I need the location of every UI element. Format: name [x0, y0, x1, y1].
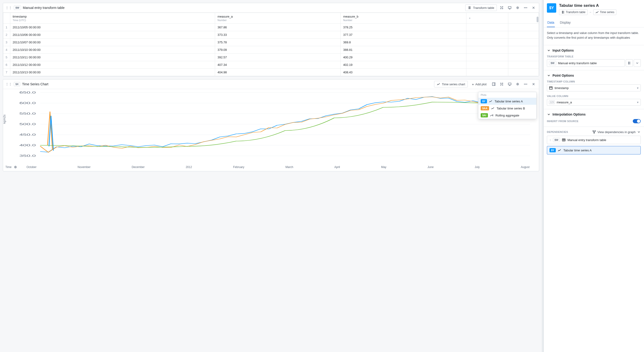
- x-tick: May: [381, 165, 386, 169]
- svg-point-5: [517, 84, 518, 85]
- field-label: TIMESTAMP COLUMN: [547, 80, 641, 83]
- plot-name: Rolling aggregate: [496, 114, 519, 117]
- chevron-down-icon[interactable]: [634, 59, 641, 67]
- chevron-down-icon: ▾: [637, 86, 638, 90]
- present-icon[interactable]: [507, 81, 513, 87]
- transform-table-select[interactable]: $W Manual entry transform table: [547, 59, 625, 67]
- dep-name: Manual entry transform table: [568, 138, 606, 142]
- col-header[interactable]: timestampTime (UTC): [10, 13, 215, 24]
- x-tick: April: [334, 165, 340, 169]
- dep-badge: $Y: [550, 148, 556, 152]
- panel-title: Time Series Chart: [22, 82, 48, 86]
- dependency-item[interactable]: ↑ $W Manual entry transform table: [547, 136, 641, 144]
- sidebar-title: Tabular time series A: [559, 3, 616, 8]
- more-icon[interactable]: [522, 5, 529, 11]
- table-icon: [562, 138, 566, 142]
- dependency-item[interactable]: $Y Tabular time series A: [547, 146, 641, 154]
- col-header[interactable]: measure_aNumber: [215, 13, 341, 24]
- section-interpolation[interactable]: Interpolation Options: [547, 112, 641, 116]
- close-icon[interactable]: [530, 5, 536, 11]
- chevron-down-icon: [547, 74, 551, 77]
- help-text: Select a timestamp and value column from…: [547, 31, 641, 40]
- plots-popover: Plots $Y Tabular time series A$AA Tabula…: [478, 92, 536, 119]
- x-tick: November: [78, 165, 90, 169]
- plot-item[interactable]: $AI Rolling aggregate: [478, 112, 536, 119]
- svg-text:500.0: 500.0: [20, 123, 36, 126]
- drag-handle-icon[interactable]: ⋮⋮: [6, 6, 12, 10]
- table-row[interactable]: 52011/10/11 00:00:00392.57400.29: [3, 54, 539, 61]
- x-tick: June: [428, 165, 434, 169]
- dep-badge: $W: [553, 138, 560, 142]
- inherit-label: INHERIT FROM SOURCE: [547, 120, 578, 123]
- close-icon[interactable]: [530, 81, 536, 87]
- data-table: timestampTime (UTC) measure_aNumber meas…: [3, 13, 539, 76]
- drag-handle-icon[interactable]: ⋮⋮: [6, 82, 12, 86]
- table-row[interactable]: 42011/10/10 00:00:00379.09388.81: [3, 46, 539, 54]
- y-axis-label: kg/m2s: [3, 115, 6, 124]
- svg-text:450.0: 450.0: [20, 133, 36, 136]
- x-tick: 2012: [186, 165, 192, 169]
- table-row[interactable]: 12011/10/05 00:00:00367.86378.25: [3, 24, 539, 31]
- table-row[interactable]: 32011/10/07 00:00:00375.78369.8: [3, 39, 539, 46]
- x-tick: July: [474, 165, 480, 169]
- svg-point-0: [517, 7, 518, 9]
- table-row[interactable]: 22011/10/06 00:00:00373.33377.37: [3, 31, 539, 39]
- transform-icon: [468, 6, 472, 10]
- tab-data[interactable]: Data: [547, 18, 555, 27]
- field-label: VALUE COLUMN: [547, 95, 641, 97]
- plus-icon: +: [472, 82, 474, 86]
- deps-heading: DEPENDENCIES: [547, 130, 568, 133]
- value-column-select[interactable]: 123 measure_a ▾: [547, 99, 641, 106]
- transform-table-button[interactable]: Transform table: [465, 5, 497, 11]
- sidebar-tabs: Data Display: [544, 18, 644, 28]
- plot-name: Tabular time series B: [496, 107, 525, 110]
- number-type-icon: 123: [549, 101, 555, 104]
- panel-badge: $X: [14, 82, 20, 86]
- panel-layout-icon[interactable]: [491, 81, 497, 87]
- more-icon[interactable]: [522, 81, 529, 87]
- expand-icon[interactable]: [499, 5, 505, 11]
- svg-rect-4: [492, 83, 495, 86]
- gear-icon[interactable]: [514, 5, 521, 11]
- svg-point-1: [524, 8, 525, 8]
- trend-chart-icon: [490, 113, 494, 117]
- panel-title: Manual entry transform table: [23, 6, 64, 10]
- line-icon: [558, 148, 562, 152]
- plot-badge: $Y: [481, 99, 487, 103]
- svg-text:650.0: 650.0: [20, 91, 36, 94]
- present-icon[interactable]: [507, 5, 513, 11]
- chart-type-button[interactable]: Time series chart: [434, 81, 468, 87]
- chart-canvas[interactable]: 350.0400.0450.0500.0550.0600.0650.0: [10, 91, 536, 157]
- svg-point-2: [525, 8, 526, 8]
- series-badge: $Y: [547, 3, 556, 13]
- breadcrumb-source[interactable]: Transform table: [559, 9, 588, 15]
- indent-icon[interactable]: [626, 59, 633, 67]
- gear-icon[interactable]: [13, 165, 18, 169]
- time-axis-label: Time: [6, 165, 12, 169]
- breadcrumb-target[interactable]: Time series: [593, 9, 616, 15]
- plot-item[interactable]: $Y Tabular time series A: [478, 98, 536, 105]
- line-chart-icon: [437, 82, 440, 86]
- svg-point-3: [526, 8, 527, 8]
- view-deps-button[interactable]: View dependencies in graph: [592, 130, 641, 134]
- inherit-toggle[interactable]: [633, 119, 641, 123]
- transform-icon: [561, 10, 565, 14]
- section-input-options[interactable]: Input Options: [547, 49, 641, 52]
- table-row[interactable]: 62011/10/12 00:00:00407.34402.19: [3, 61, 539, 69]
- col-header[interactable]: measure_bNumber: [341, 13, 466, 24]
- plot-badge: $AA: [481, 106, 489, 110]
- timestamp-column-select[interactable]: timestamp ▾: [547, 84, 641, 91]
- tab-display[interactable]: Display: [560, 18, 571, 27]
- plot-item[interactable]: $AA Tabular time series B: [478, 105, 536, 112]
- add-column-button[interactable]: +: [466, 13, 508, 24]
- section-point-options[interactable]: Point Options: [547, 74, 641, 77]
- properties-sidebar: $Y Tabular time series A Transform table…: [544, 0, 644, 352]
- scrollbar[interactable]: [536, 17, 538, 22]
- plot-badge: $AI: [481, 113, 488, 117]
- panel-badge: $W: [14, 6, 21, 10]
- expand-icon[interactable]: [499, 81, 505, 87]
- svg-text:350.0: 350.0: [20, 154, 36, 157]
- gear-icon[interactable]: [514, 81, 521, 87]
- add-plot-button[interactable]: + Add plot: [470, 81, 489, 87]
- table-row[interactable]: 72011/10/13 00:00:00404.98408.43: [3, 69, 539, 76]
